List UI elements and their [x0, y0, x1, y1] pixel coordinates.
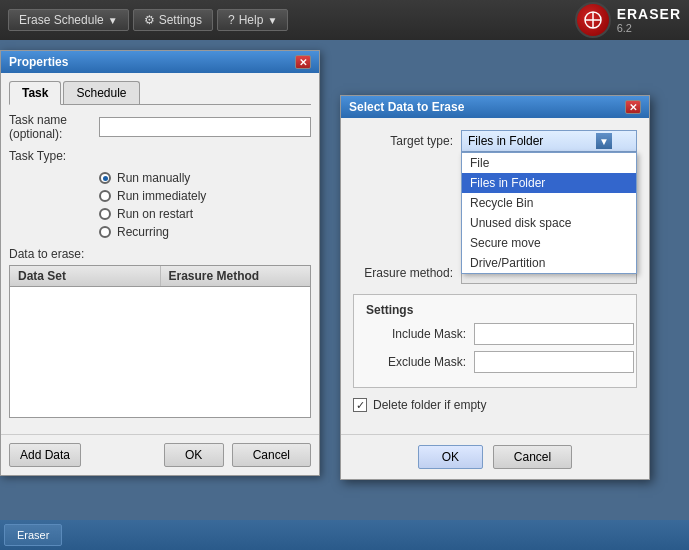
dropdown-item-recycle-bin[interactable]: Recycle Bin — [462, 193, 636, 213]
dropdown-item-file[interactable]: File — [462, 153, 636, 173]
include-mask-label: Include Mask: — [366, 327, 466, 341]
target-type-value: Files in Folder — [468, 134, 543, 148]
dropdown-item-unused-disk[interactable]: Unused disk space — [462, 213, 636, 233]
erase-schedule-label: Erase Schedule — [19, 13, 104, 27]
task-name-input[interactable] — [99, 117, 311, 137]
target-type-dropdown[interactable]: Files in Folder ▼ File Files in Folder R… — [461, 130, 637, 152]
data-table-body — [10, 287, 310, 417]
task-type-radio-group: Run manually Run immediately Run on rest… — [9, 171, 311, 239]
settings-icon: ⚙ — [144, 13, 155, 27]
properties-ok-btn[interactable]: OK — [164, 443, 224, 467]
exclude-mask-label: Exclude Mask: — [366, 355, 466, 369]
properties-cancel-btn[interactable]: Cancel — [232, 443, 311, 467]
dropdown-item-files-in-folder[interactable]: Files in Folder — [462, 173, 636, 193]
help-btn[interactable]: ? Help ▼ — [217, 9, 288, 31]
properties-ok-cancel: OK Cancel — [164, 443, 311, 467]
radio-run-manually[interactable]: Run manually — [99, 171, 311, 185]
radio-run-on-restart-btn[interactable] — [99, 208, 111, 220]
radio-run-on-restart-label: Run on restart — [117, 207, 193, 221]
radio-run-manually-btn[interactable] — [99, 172, 111, 184]
taskbar-eraser-item[interactable]: Eraser — [4, 524, 62, 546]
properties-tabs: Task Schedule — [9, 81, 311, 105]
add-data-btn[interactable]: Add Data — [9, 443, 81, 467]
erasure-method-label: Erasure method: — [353, 266, 453, 280]
erase-schedule-btn[interactable]: Erase Schedule ▼ — [8, 9, 129, 31]
exclude-mask-input[interactable] — [474, 351, 634, 373]
target-type-dropdown-list: File Files in Folder Recycle Bin Unused … — [461, 152, 637, 274]
col-erasure-method: Erasure Method — [161, 266, 311, 286]
exclude-mask-row: Exclude Mask: — [366, 351, 624, 373]
dropdown-item-drive-partition[interactable]: Drive/Partition — [462, 253, 636, 273]
task-name-label: Task name (optional): — [9, 113, 99, 141]
logo-icon — [575, 2, 611, 38]
help-icon: ? — [228, 13, 235, 27]
select-dialog-footer: OK Cancel — [341, 434, 649, 479]
app-name: ERASER — [617, 6, 681, 22]
data-table: Data Set Erasure Method — [9, 265, 311, 418]
radio-run-immediately-btn[interactable] — [99, 190, 111, 202]
radio-run-immediately-label: Run immediately — [117, 189, 206, 203]
properties-titlebar-btns: ✕ — [295, 55, 311, 69]
app-version: 6.2 — [617, 22, 681, 34]
radio-run-immediately[interactable]: Run immediately — [99, 189, 311, 203]
tab-task[interactable]: Task — [9, 81, 61, 105]
col-dataset: Data Set — [10, 266, 161, 286]
settings-section: Settings Include Mask: Exclude Mask: — [353, 294, 637, 388]
include-mask-row: Include Mask: — [366, 323, 624, 345]
radio-run-on-restart[interactable]: Run on restart — [99, 207, 311, 221]
settings-label: Settings — [159, 13, 202, 27]
select-cancel-btn[interactable]: Cancel — [493, 445, 572, 469]
properties-footer: Add Data OK Cancel — [1, 434, 319, 475]
properties-title: Properties — [9, 55, 68, 69]
select-data-dialog: Select Data to Erase ✕ Target type: File… — [340, 95, 650, 480]
delete-folder-label: Delete folder if empty — [373, 398, 486, 412]
app-logo: ERASER 6.2 — [575, 2, 681, 38]
delete-folder-checkbox[interactable] — [353, 398, 367, 412]
select-dialog-body: Target type: Files in Folder ▼ File File… — [341, 118, 649, 434]
help-chevron: ▼ — [267, 15, 277, 26]
top-bar: Erase Schedule ▼ ⚙ Settings ? Help ▼ ERA… — [0, 0, 689, 40]
dropdown-item-secure-move[interactable]: Secure move — [462, 233, 636, 253]
target-type-row: Target type: Files in Folder ▼ File File… — [353, 130, 637, 152]
task-name-row: Task name (optional): — [9, 113, 311, 141]
radio-recurring[interactable]: Recurring — [99, 225, 311, 239]
target-type-dropdown-btn[interactable]: Files in Folder ▼ — [461, 130, 637, 152]
settings-btn[interactable]: ⚙ Settings — [133, 9, 213, 31]
settings-label: Settings — [366, 303, 624, 317]
select-dialog-titlebar: Select Data to Erase ✕ — [341, 96, 649, 118]
erase-schedule-chevron: ▼ — [108, 15, 118, 26]
properties-titlebar: Properties ✕ — [1, 51, 319, 73]
select-dialog-title: Select Data to Erase — [349, 100, 464, 114]
task-type-label: Task Type: — [9, 149, 99, 163]
include-mask-input[interactable] — [474, 323, 634, 345]
select-dialog-titlebar-btns: ✕ — [625, 100, 641, 114]
radio-recurring-label: Recurring — [117, 225, 169, 239]
properties-dialog: Properties ✕ Task Schedule Task name (op… — [0, 50, 320, 476]
data-to-erase-label: Data to erase: — [9, 247, 311, 261]
radio-run-manually-label: Run manually — [117, 171, 190, 185]
main-area: Properties ✕ Task Schedule Task name (op… — [0, 40, 689, 550]
taskbar-eraser-label: Eraser — [17, 529, 49, 541]
delete-folder-row[interactable]: Delete folder if empty — [353, 398, 637, 412]
target-type-label: Target type: — [353, 134, 453, 148]
taskbar-bottom: Eraser — [0, 520, 689, 550]
tab-schedule[interactable]: Schedule — [63, 81, 139, 104]
help-label: Help — [239, 13, 264, 27]
task-type-row: Task Type: — [9, 149, 311, 163]
select-ok-btn[interactable]: OK — [418, 445, 483, 469]
properties-close-btn[interactable]: ✕ — [295, 55, 311, 69]
radio-recurring-btn[interactable] — [99, 226, 111, 238]
properties-body: Task Schedule Task name (optional): Task… — [1, 73, 319, 434]
dropdown-arrow-icon: ▼ — [596, 133, 612, 149]
data-table-header: Data Set Erasure Method — [10, 266, 310, 287]
select-dialog-close-btn[interactable]: ✕ — [625, 100, 641, 114]
